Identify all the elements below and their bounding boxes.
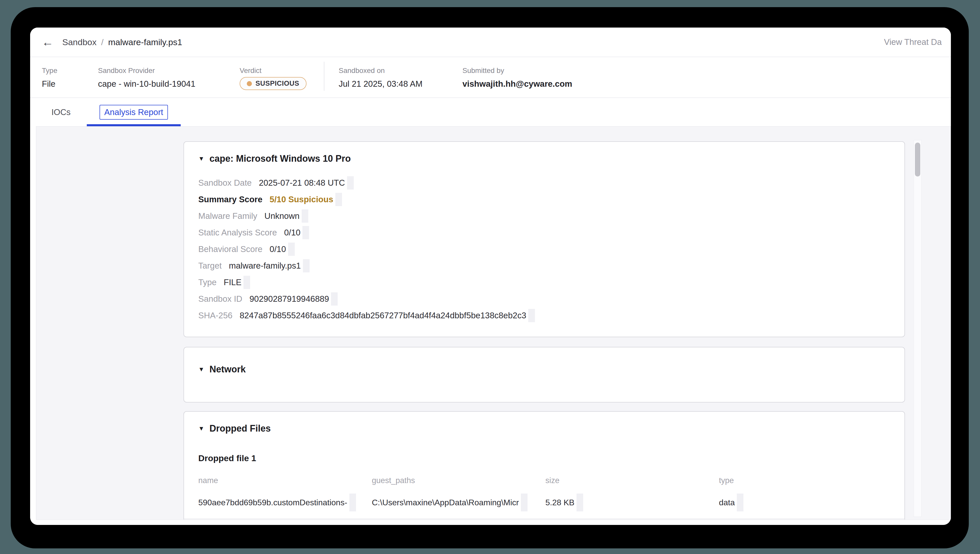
- kv-label: Malware Family: [198, 211, 257, 221]
- kv-value: 90290287919946889: [249, 294, 329, 304]
- meta-sandboxed-label: Sandboxed on: [339, 66, 462, 75]
- back-arrow-icon[interactable]: ←: [42, 36, 54, 48]
- meta-sandboxed-value: Jul 21 2025, 03:48 AM: [339, 78, 462, 89]
- table-cell-value: 5.28 KB: [545, 498, 574, 507]
- meta-verdict: Verdict SUSPICIOUS: [240, 57, 324, 97]
- copy-value-button[interactable]: [244, 276, 250, 289]
- kv-row: SHA-2568247a87b8555246faa6c3d84dbfab2567…: [198, 307, 890, 324]
- cape-kv-rows: Sandbox Date2025-07-21 08:48 UTCSummary …: [198, 175, 890, 324]
- kv-label: SHA-256: [198, 310, 233, 320]
- table-column-header: name: [198, 476, 372, 486]
- meta-submitted-label: Submitted by: [462, 66, 939, 75]
- kv-value: 2025-07-21 08:48 UTC: [259, 178, 345, 188]
- table-cell: 5.28 KB: [545, 493, 719, 512]
- copy-value-button[interactable]: [303, 259, 309, 272]
- kv-value: Unknown: [265, 211, 300, 221]
- kv-value: FILE: [224, 277, 242, 287]
- kv-row: TypeFILE: [198, 274, 890, 291]
- dropped-files-table-body: 590aee7bdd69b59b.customDestinations-C:\U…: [198, 493, 890, 512]
- kv-row: Sandbox Date2025-07-21 08:48 UTC: [198, 175, 890, 191]
- kv-label: Sandbox ID: [198, 294, 242, 304]
- meta-provider-label: Sandbox Provider: [98, 66, 240, 75]
- copy-value-button[interactable]: [737, 494, 743, 511]
- meta-provider-value: cape - win-10-build-19041: [98, 78, 240, 89]
- breadcrumb: Sandbox / malware-family.ps1: [62, 37, 182, 47]
- meta-verdict-label: Verdict: [240, 66, 324, 75]
- kv-label: Target: [198, 261, 222, 271]
- cape-panel-header[interactable]: ▼ cape: Microsoft Windows 10 Pro: [198, 153, 890, 164]
- view-threat-data-link[interactable]: View Threat Da: [884, 37, 942, 47]
- copy-value-button[interactable]: [302, 209, 308, 223]
- table-cell: 590aee7bdd69b59b.customDestinations-: [198, 493, 372, 512]
- tab-iocs[interactable]: IOCs: [42, 98, 80, 126]
- collapse-caret-icon: ▼: [198, 153, 204, 164]
- kv-label: Sandbox Date: [198, 178, 252, 188]
- tab-analysis-report-label: Analysis Report: [100, 105, 168, 119]
- collapse-caret-icon: ▼: [198, 364, 204, 375]
- top-bar: ← Sandbox / malware-family.ps1 View Thre…: [30, 27, 951, 57]
- verdict-badge-text: SUSPICIOUS: [255, 80, 300, 88]
- table-cell-value: 590aee7bdd69b59b.customDestinations-: [198, 498, 347, 507]
- meta-sandbox-provider: Sandbox Provider cape - win-10-build-190…: [98, 57, 240, 97]
- copy-value-button[interactable]: [347, 176, 354, 189]
- kv-row: Sandbox ID90290287919946889: [198, 291, 890, 307]
- dropped-files-table: nameguest_pathssizetype 590aee7bdd69b59b…: [198, 476, 890, 512]
- network-panel-header[interactable]: ▼ Network: [198, 364, 890, 375]
- kv-label: Static Analysis Score: [198, 228, 277, 237]
- table-cell-value: C:\Users\maxine\AppData\Roaming\Micr: [372, 498, 519, 507]
- meta-type-value: File: [42, 78, 98, 89]
- meta-divider: [324, 62, 324, 91]
- kv-value: 8247a87b8555246faa6c3d84dbfab2567277bf4a…: [240, 310, 526, 320]
- dropped-files-panel: ▼ Dropped Files Dropped file 1 nameguest…: [183, 411, 905, 520]
- clipped-next-row: [184, 518, 905, 520]
- kv-label: Summary Score: [198, 194, 262, 204]
- copy-value-button[interactable]: [303, 226, 309, 239]
- meta-type: Type File: [42, 57, 98, 97]
- table-column-header: guest_paths: [372, 476, 545, 486]
- tab-analysis-report[interactable]: Analysis Report: [87, 98, 181, 126]
- content-scrollbar-thumb[interactable]: [915, 143, 920, 177]
- kv-value: 0/10: [284, 228, 300, 237]
- kv-row: Targetmalware-family.ps1: [198, 257, 890, 274]
- copy-value-button[interactable]: [331, 292, 338, 306]
- copy-value-button[interactable]: [528, 309, 535, 322]
- kv-row: Static Analysis Score0/10: [198, 224, 890, 241]
- meta-sandboxed-on: Sandboxed on Jul 21 2025, 03:48 AM: [339, 57, 462, 97]
- table-row: 590aee7bdd69b59b.customDestinations-C:\U…: [198, 493, 890, 512]
- metadata-bar: Type File Sandbox Provider cape - win-10…: [30, 57, 951, 98]
- copy-value-button[interactable]: [577, 494, 583, 511]
- table-cell: data: [719, 493, 890, 512]
- kv-label: Behavioral Score: [198, 244, 262, 254]
- kv-value: malware-family.ps1: [229, 261, 301, 271]
- collapse-caret-icon: ▼: [198, 423, 204, 434]
- copy-value-button[interactable]: [288, 243, 295, 256]
- copy-value-button[interactable]: [335, 193, 342, 206]
- content-scrollbar-track[interactable]: [914, 140, 921, 517]
- breadcrumb-sandbox[interactable]: Sandbox: [62, 37, 96, 47]
- cape-panel-title: cape: Microsoft Windows 10 Pro: [210, 153, 351, 164]
- meta-submitted-by: Submitted by vishwajith.hh@cyware.com: [462, 57, 939, 97]
- copy-value-button[interactable]: [521, 494, 527, 511]
- kv-value: 5/10 Suspicious: [269, 194, 333, 204]
- verdict-dot-icon: [247, 81, 252, 86]
- app-window: ← Sandbox / malware-family.ps1 View Thre…: [30, 27, 951, 525]
- dropped-files-title: Dropped Files: [210, 423, 271, 434]
- network-panel: ▼ Network: [183, 347, 905, 403]
- kv-row: Behavioral Score0/10: [198, 241, 890, 257]
- network-panel-title: Network: [210, 364, 246, 375]
- kv-row: Malware FamilyUnknown: [198, 208, 890, 224]
- copy-value-button[interactable]: [349, 494, 356, 511]
- kv-value: 0/10: [269, 244, 286, 254]
- table-cell-value: data: [719, 498, 735, 507]
- analysis-report-content: ▼ cape: Microsoft Windows 10 Pro Sandbox…: [36, 126, 951, 520]
- kv-label: Type: [198, 277, 217, 287]
- verdict-badge: SUSPICIOUS: [240, 77, 306, 90]
- meta-type-label: Type: [42, 66, 98, 75]
- breadcrumb-file-name: malware-family.ps1: [108, 37, 182, 47]
- kv-row: Summary Score5/10 Suspicious: [198, 191, 890, 208]
- table-column-header: size: [545, 476, 719, 486]
- table-column-header: type: [719, 476, 890, 486]
- breadcrumb-separator: /: [101, 37, 104, 47]
- table-cell: C:\Users\maxine\AppData\Roaming\Micr: [372, 493, 545, 512]
- dropped-files-header[interactable]: ▼ Dropped Files: [198, 423, 890, 434]
